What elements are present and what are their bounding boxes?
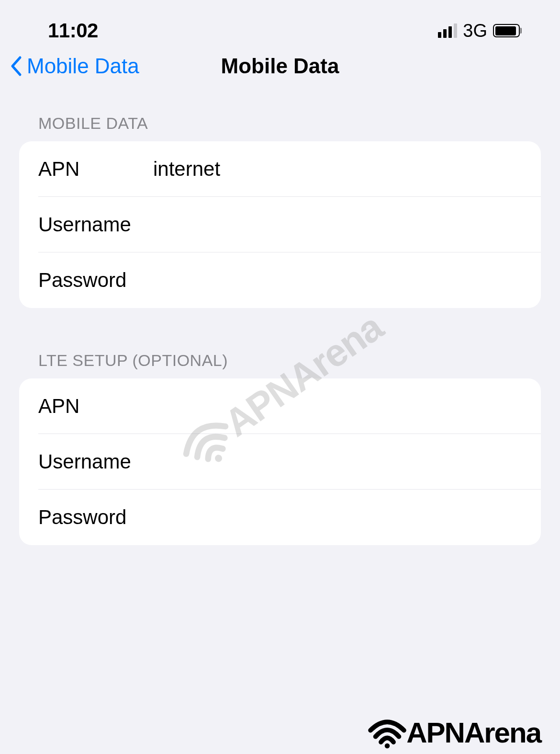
battery-icon xyxy=(493,24,522,37)
group-mobile-data: APN Username Password xyxy=(19,141,541,308)
label-password: Password xyxy=(38,269,153,292)
label-lte-password: Password xyxy=(38,506,153,529)
status-indicators: 3G xyxy=(438,21,522,41)
input-apn[interactable] xyxy=(153,158,522,181)
input-lte-password[interactable] xyxy=(153,506,522,529)
row-lte-username[interactable]: Username xyxy=(19,434,541,490)
row-username[interactable]: Username xyxy=(19,197,541,252)
back-label: Mobile Data xyxy=(27,54,139,78)
row-password[interactable]: Password xyxy=(19,252,541,308)
back-button[interactable]: Mobile Data xyxy=(10,54,139,78)
section-header-mobile-data: MOBILE DATA xyxy=(19,114,541,141)
status-time: 11:02 xyxy=(48,19,98,42)
input-password[interactable] xyxy=(153,269,522,292)
label-lte-apn: APN xyxy=(38,395,153,418)
status-bar: 11:02 3G xyxy=(0,0,560,57)
row-lte-password[interactable]: Password xyxy=(19,490,541,545)
signal-icon xyxy=(438,23,457,38)
group-lte: APN Username Password xyxy=(19,378,541,545)
input-lte-username[interactable] xyxy=(153,450,522,473)
input-lte-apn[interactable] xyxy=(153,395,522,418)
input-username[interactable] xyxy=(153,213,522,236)
row-lte-apn[interactable]: APN xyxy=(19,378,541,434)
label-apn: APN xyxy=(38,158,153,181)
watermark-bottom: APNArena xyxy=(366,716,541,749)
content-area: MOBILE DATA APN Username Password LTE SE… xyxy=(0,85,560,545)
chevron-back-icon xyxy=(10,56,23,77)
label-username: Username xyxy=(38,213,153,236)
watermark-bottom-text: APNArena xyxy=(406,716,541,749)
navigation-bar: Mobile Data Mobile Data xyxy=(0,57,560,85)
svg-point-1 xyxy=(385,743,390,749)
wifi-icon xyxy=(366,716,409,749)
page-title: Mobile Data xyxy=(221,54,339,78)
row-apn[interactable]: APN xyxy=(19,141,541,197)
network-type: 3G xyxy=(463,21,487,41)
label-lte-username: Username xyxy=(38,450,153,473)
section-header-lte: LTE SETUP (OPTIONAL) xyxy=(19,351,541,378)
